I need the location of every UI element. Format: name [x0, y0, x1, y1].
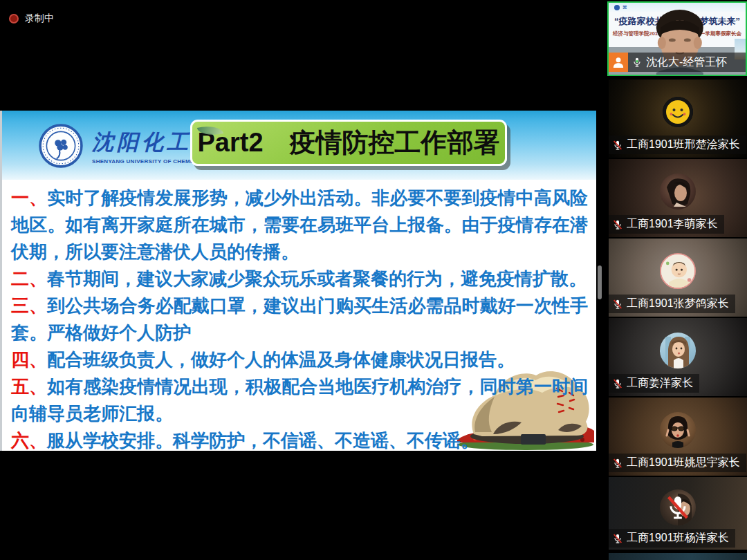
slide-title: Part2 疫情防控工作部署: [197, 125, 499, 160]
participant-tile[interactable]: 工商1901张梦鸽家长: [609, 239, 747, 317]
slide-body: 一、实时了解疫情发展形势，减少外出活动。非必要不要到疫情中高风险地区。如有离开家…: [2, 180, 596, 451]
smiley-avatar-icon: [663, 97, 693, 127]
baby-avatar: [661, 254, 694, 288]
participant-name: 工商1901班邢楚浍家长: [627, 138, 740, 152]
participant-name-bar: 工商1901班邢楚浍家长: [609, 136, 746, 154]
university-emblem-icon: [38, 123, 84, 169]
bullet-text: 服从学校安排。科学防护，不信谣、不造谣、不传谣。: [47, 430, 479, 451]
participant-tile[interactable]: 工商1901李萌家长: [609, 159, 747, 237]
participant-tile[interactable]: 工商姜洋家长: [609, 318, 747, 396]
avatar: [660, 333, 696, 368]
person-icon: [611, 55, 625, 69]
speaker-name-bar: 沈化大-经管王怀: [628, 53, 746, 72]
participant-name-bar: 工商1901班姚思宇家长: [609, 454, 746, 472]
slide-bullet-6: 六、服从学校安排。科学防护，不信谣、不造谣、不传谣。: [11, 427, 588, 451]
mic-muted-icon: [612, 298, 623, 310]
portrait-avatar: [660, 174, 696, 209]
participant-tile[interactable]: 工商1901班邢楚浍家长: [609, 80, 747, 158]
slide-bullet-2: 二、春节期间，建议大家减少聚众玩乐或者聚餐的行为，避免疫情扩散。: [11, 265, 588, 292]
participant-tile-partial[interactable]: [609, 553, 747, 560]
recording-dot-icon: [9, 14, 19, 24]
avatar: [660, 412, 696, 448]
banner-logo-icon: [614, 5, 620, 10]
slide-bullet-4: 四、配合班级负责人，做好个人的体温及身体健康状况日报告。: [11, 346, 588, 373]
recording-label: 录制中: [25, 12, 54, 25]
slide-bullet-5: 五、如有感染疫情情况出现，积极配合当地医疗机构治疗，同时第一时间向辅导员老师汇报…: [11, 373, 588, 427]
participant-name-bar: 工商1901班杨洋家长: [609, 529, 735, 548]
bullet-number: 五、: [11, 376, 47, 397]
avatar: [660, 253, 696, 289]
active-speaker-badge: [609, 53, 628, 72]
avatar: [663, 97, 693, 127]
participant-name-bar: 工商1901李萌家长: [609, 215, 724, 234]
mic-muted-icon: [612, 532, 623, 545]
participant-name: 工商姜洋家长: [627, 376, 693, 391]
shared-slide: 沈阳化工大学 SHENYANG UNIVERSITY OF CHEMICAL T…: [0, 111, 596, 451]
mic-muted-icon: [612, 218, 623, 231]
participant-name-bar: 工商姜洋家长: [609, 374, 699, 393]
mic-muted-icon: [612, 377, 623, 390]
avatar: [660, 174, 696, 209]
bullet-text: 实时了解疫情发展形势，减少外出活动。非必要不要到疫情中高风险地区。如有离开家庭所…: [11, 187, 588, 262]
participant-name: 工商1901班杨洋家长: [627, 531, 729, 545]
mic-on-icon: [631, 56, 643, 68]
bullet-number: 六、: [11, 430, 47, 451]
participant-tile[interactable]: 工商1901班姚思宇家长: [609, 398, 747, 476]
slide-bullet-3: 三、到公共场合务必配戴口罩，建议出门购买生活必需品时戴好一次性手套。严格做好个人…: [11, 292, 588, 346]
participant-name-bar: 工商1901张梦鸽家长: [609, 295, 735, 313]
portrait-avatar: [660, 333, 696, 368]
participant-name: 工商1901班姚思宇家长: [627, 456, 740, 470]
participant-tile[interactable]: 工商1901班杨洋家长: [609, 477, 747, 550]
recording-indicator[interactable]: 录制中: [9, 12, 54, 25]
bullet-number: 二、: [11, 268, 47, 289]
participant-name: 工商1901张梦鸽家长: [627, 297, 729, 311]
mic-muted-overlay-icon: [664, 492, 692, 523]
bullet-text: 配合班级负责人，做好个人的体温及身体健康状况日报告。: [47, 349, 515, 370]
bullet-text: 春节期间，建议大家减少聚众玩乐或者聚餐的行为，避免疫情扩散。: [47, 268, 587, 289]
scrollbar-thumb[interactable]: [598, 265, 602, 299]
bullet-number: 一、: [11, 187, 47, 208]
bullet-number: 四、: [11, 349, 47, 370]
slide-bullet-1: 一、实时了解疫情发展形势，减少外出活动。非必要不要到疫情中高风险地区。如有离开家…: [11, 185, 588, 265]
bullet-text: 如有感染疫情情况出现，积极配合当地医疗机构治疗，同时第一时间向辅导员老师汇报。: [11, 376, 588, 424]
bullet-text: 到公共场合务必配戴口罩，建议出门购买生活必需品时戴好一次性手套。严格做好个人防护: [11, 295, 588, 343]
sunglasses-avatar: [660, 412, 696, 448]
slide-title-banner: Part2 疫情防控工作部署: [190, 120, 507, 166]
slide-header: 沈阳化工大学 SHENYANG UNIVERSITY OF CHEMICAL T…: [2, 111, 596, 180]
mic-muted-icon: [612, 139, 623, 151]
participant-tile-speaker[interactable]: ⌘ “疫路家校共 国梦筑未来” 经济与管理学院2019 学年第一学期寒假家长会: [607, 1, 747, 76]
banner-university-mark: ⌘: [622, 5, 628, 10]
meeting-window: 录制中 沈阳化工大学 SHENYANG UNIVERSITY OF CHEMIC…: [0, 0, 747, 560]
participant-name: 沈化大-经管王怀: [646, 55, 727, 70]
mic-muted-icon: [612, 457, 623, 469]
participant-name: 工商1901李萌家长: [627, 217, 718, 232]
bullet-number: 三、: [11, 295, 47, 316]
